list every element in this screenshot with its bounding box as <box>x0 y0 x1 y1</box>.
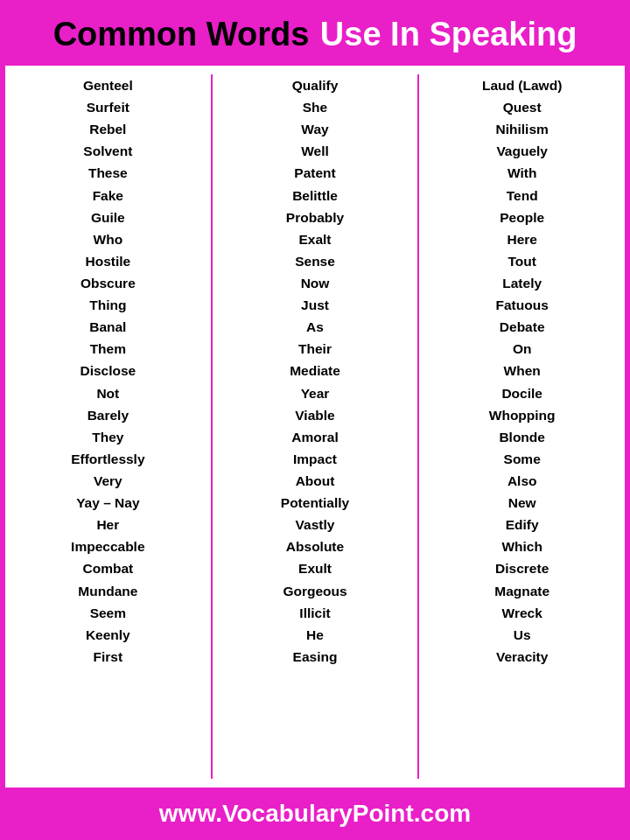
word-item: About <box>296 470 335 492</box>
word-item: New <box>508 492 536 514</box>
word-item: Probably <box>286 206 344 228</box>
word-item: Fake <box>93 185 123 206</box>
word-item: Qualify <box>292 74 339 96</box>
word-item: Exalt <box>298 228 331 250</box>
word-item: Amoral <box>291 426 338 448</box>
word-item: Laud (Lawd) <box>482 74 562 96</box>
column-3: Laud (Lawd)QuestNihilismVaguelyWithTendP… <box>419 74 625 779</box>
word-item: Debate <box>500 316 545 338</box>
word-item: Fatuous <box>496 294 549 316</box>
word-item: Surfeit <box>87 96 130 118</box>
word-item: Mundane <box>78 580 137 602</box>
word-item: Now <box>301 272 330 294</box>
word-item: Effortlessly <box>71 448 144 470</box>
word-item: Illicit <box>299 602 330 624</box>
word-item: Here <box>507 228 536 250</box>
word-item: Edify <box>506 514 539 536</box>
word-item: Viable <box>295 404 334 426</box>
column-2: QualifySheWayWellPatentBelittleProbablyE… <box>213 74 420 779</box>
word-item: Lately <box>502 272 542 294</box>
word-item: Docile <box>501 382 542 404</box>
word-item: With <box>508 162 536 184</box>
word-item: As <box>306 316 324 338</box>
word-item: Mediate <box>290 360 340 382</box>
word-item: Belittle <box>292 185 338 206</box>
word-item: People <box>500 206 544 228</box>
word-item: Exult <box>298 557 332 579</box>
word-item: He <box>306 624 324 646</box>
word-item: Discrete <box>495 557 549 579</box>
word-item: Guile <box>91 206 125 228</box>
footer: www.VocabularyPoint.com <box>0 788 630 840</box>
word-item: Tout <box>508 250 536 272</box>
word-item: Genteel <box>83 74 133 96</box>
word-item: Thing <box>89 294 126 316</box>
word-item: Some <box>504 448 541 470</box>
word-item: Their <box>298 338 332 360</box>
footer-url: www.VocabularyPoint.com <box>159 800 471 827</box>
word-item: Yay – Nay <box>76 492 139 514</box>
word-item: Vaguely <box>496 140 548 162</box>
word-item: Potentially <box>281 492 349 514</box>
header-bold-title: Common Words <box>53 16 310 52</box>
word-item: She <box>303 96 327 118</box>
word-item: Easing <box>293 646 338 668</box>
word-item: Vastly <box>296 514 335 536</box>
word-item: Banal <box>89 316 126 338</box>
word-item: Solvent <box>83 140 132 162</box>
word-item: Magnate <box>494 580 550 602</box>
word-item: Impeccable <box>71 536 144 557</box>
word-item: Disclose <box>80 360 136 382</box>
word-item: Combat <box>82 557 133 579</box>
word-item: Absolute <box>286 536 344 557</box>
word-item: Us <box>514 624 531 646</box>
word-item: Them <box>90 338 126 360</box>
word-item: Blonde <box>499 426 545 448</box>
word-item: Very <box>94 470 122 492</box>
word-item: On <box>513 338 532 360</box>
word-item: Patent <box>294 162 335 184</box>
word-item: Barely <box>88 404 129 426</box>
word-item: Impact <box>293 448 337 470</box>
word-item: Tend <box>507 185 538 206</box>
word-item: Well <box>301 140 329 162</box>
word-item: Veracity <box>496 646 548 668</box>
word-item: Also <box>508 470 537 492</box>
word-item: Keenly <box>86 624 130 646</box>
word-item: Wreck <box>502 602 542 624</box>
word-item: Seem <box>90 602 126 624</box>
word-item: Who <box>94 228 123 250</box>
word-item: Which <box>501 536 542 557</box>
word-item: Not <box>96 382 119 404</box>
word-item: Year <box>301 382 330 404</box>
word-item: Quest <box>503 96 542 118</box>
word-item: First <box>94 646 123 668</box>
header: Common Words Use In Speaking <box>0 0 630 66</box>
word-item: Gorgeous <box>283 580 346 602</box>
word-item: Sense <box>295 250 335 272</box>
header-light-title: Use In Speaking <box>320 16 578 52</box>
word-item: These <box>88 162 128 184</box>
word-item: Hostile <box>85 250 130 272</box>
word-item: Her <box>96 514 119 536</box>
word-item: Way <box>301 118 328 140</box>
word-item: Just <box>301 294 329 316</box>
content-area: GenteelSurfeitRebelSolventTheseFakeGuile… <box>5 66 625 788</box>
word-item: Obscure <box>80 272 136 294</box>
word-item: Whopping <box>489 404 556 426</box>
word-item: Nihilism <box>496 118 549 140</box>
word-item: They <box>92 426 123 448</box>
column-1: GenteelSurfeitRebelSolventTheseFakeGuile… <box>5 74 213 779</box>
word-item: Rebel <box>89 118 126 140</box>
word-item: When <box>504 360 541 382</box>
